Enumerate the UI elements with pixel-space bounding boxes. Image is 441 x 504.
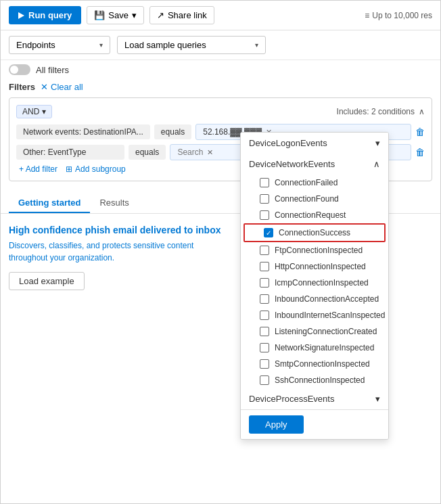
item-label: SmtpConnectionInspected	[275, 359, 370, 369]
toggle-knob	[10, 66, 18, 74]
and-badge[interactable]: AND ▾	[16, 105, 52, 118]
share-icon: ↗	[157, 10, 164, 20]
item-http-connection-inspected[interactable]: HttpConnectionInspected	[241, 258, 388, 275]
results-limit-text: Up to 10,000 res	[372, 11, 432, 20]
play-icon	[18, 12, 24, 19]
checkbox-inbound-accepted[interactable]	[260, 294, 269, 304]
operator-tag-1[interactable]: equals	[154, 124, 191, 139]
item-connection-found[interactable]: ConnectionFound	[241, 191, 388, 207]
filters-label: Filters	[9, 82, 35, 92]
checkbox-smtp[interactable]	[260, 359, 269, 369]
card-description: Discovers, classifies, and protects sens…	[9, 239, 198, 264]
apply-button[interactable]: Apply	[249, 415, 304, 434]
toolbar: Run query 💾 Save ▾ ↗ Share link ≡ Up to …	[1, 1, 440, 30]
add-subgroup-button[interactable]: ⊞ Add subgroup	[66, 164, 126, 174]
item-label: InboundInternetScanInspected	[275, 311, 385, 320]
chevron-down-icon: ▾	[375, 138, 380, 148]
run-query-button[interactable]: Run query	[9, 6, 81, 24]
item-label: ConnectionFound	[275, 194, 339, 204]
delete-row-1-icon[interactable]: 🗑	[415, 127, 425, 137]
save-chevron-icon: ▾	[132, 10, 137, 20]
group-device-logon-events[interactable]: DeviceLogonEvents ▾	[241, 133, 388, 154]
share-link-button[interactable]: ↗ Share link	[149, 6, 214, 24]
item-inbound-connection-accepted[interactable]: InboundConnectionAccepted	[241, 291, 388, 307]
filters-row: Filters ✕ Clear all	[1, 79, 440, 97]
table-select-label: Endpoints	[16, 40, 55, 50]
item-label: FtpConnectionInspected	[275, 246, 363, 255]
x-icon: ✕	[41, 82, 48, 92]
item-ssh-connection[interactable]: SshConnectionInspected	[241, 372, 388, 388]
tab-results[interactable]: Results	[90, 193, 138, 213]
all-filters-toggle-row: All filters	[1, 60, 440, 79]
sample-queries-dropdown[interactable]: Load sample queries ▾	[117, 36, 266, 54]
chevron-down-icon: ▾	[375, 394, 380, 404]
item-label: ConnectionFailed	[275, 178, 338, 187]
item-label: HttpConnectionInspected	[275, 262, 366, 271]
subgroup-icon: ⊞	[66, 164, 72, 174]
dropdown-scroll-area[interactable]: DeviceLogonEvents ▾ DeviceNetworkEvents …	[241, 133, 388, 409]
delete-row-2-icon[interactable]: 🗑	[415, 147, 425, 158]
save-label: Save	[108, 10, 129, 20]
chevron-down-icon: ▾	[255, 41, 258, 49]
checkbox-http[interactable]	[260, 262, 269, 271]
item-label: NetworkSignatureInspected	[275, 343, 374, 352]
checkbox-connection-request[interactable]	[260, 210, 269, 220]
item-label: ListeningConnectionCreated	[275, 327, 377, 336]
includes-text: Includes: 2 conditions	[337, 107, 415, 116]
clear-all-button[interactable]: ✕ Clear all	[41, 82, 83, 92]
add-filter-button[interactable]: + Add filter	[16, 164, 57, 174]
item-connection-failed[interactable]: ConnectionFailed	[241, 175, 388, 191]
item-label: ConnectionSuccess	[279, 228, 350, 237]
group-logon-label: DeviceLogonEvents	[249, 138, 327, 148]
includes-label: Includes: 2 conditions ∧	[337, 107, 425, 116]
item-listening-connection-created[interactable]: ListeningConnectionCreated	[241, 323, 388, 340]
clear-all-label: Clear all	[51, 82, 83, 92]
item-connection-success[interactable]: ConnectionSuccess	[243, 223, 386, 242]
group-network-label: DeviceNetworkEvents	[249, 159, 335, 169]
item-label: ConnectionRequest	[275, 210, 346, 220]
save-button[interactable]: 💾 Save ▾	[87, 6, 144, 24]
field-tag-2[interactable]: Other: EventType	[16, 145, 124, 160]
checkbox-connection-success[interactable]	[264, 228, 273, 237]
group-device-process-events[interactable]: DeviceProcessEvents ▾	[241, 388, 388, 409]
save-icon: 💾	[94, 10, 105, 20]
table-select-dropdown[interactable]: Endpoints ▾	[9, 36, 110, 54]
share-label: Share link	[168, 10, 207, 20]
load-example-button[interactable]: Load example	[9, 272, 85, 290]
sample-queries-label: Load sample queries	[124, 40, 206, 50]
checkbox-ftp[interactable]	[260, 246, 269, 255]
checkbox-network-sig[interactable]	[260, 343, 269, 352]
item-connection-request[interactable]: ConnectionRequest	[241, 207, 388, 223]
checkbox-inbound-scan[interactable]	[260, 311, 269, 320]
item-icmp-connection-inspected[interactable]: IcmpConnectionInspected	[241, 275, 388, 291]
all-filters-toggle[interactable]	[9, 64, 30, 75]
run-query-label: Run query	[28, 10, 72, 20]
item-network-signature[interactable]: NetworkSignatureInspected	[241, 340, 388, 356]
group-device-network-events[interactable]: DeviceNetworkEvents ∧	[241, 154, 388, 175]
group-process-label: DeviceProcessEvents	[249, 394, 334, 404]
item-label: SshConnectionInspected	[275, 375, 365, 385]
checkbox-connection-found[interactable]	[260, 194, 269, 204]
operator-tag-2[interactable]: equals	[129, 145, 166, 160]
event-type-dropdown-overlay: DeviceLogonEvents ▾ DeviceNetworkEvents …	[240, 132, 389, 440]
item-ftp-connection-inspected[interactable]: FtpConnectionInspected	[241, 242, 388, 258]
field-tag-1[interactable]: Network events: DestinationIPA...	[16, 124, 150, 139]
item-label: IcmpConnectionInspected	[275, 278, 369, 288]
checkbox-listening[interactable]	[260, 327, 269, 336]
item-smtp-connection[interactable]: SmtpConnectionInspected	[241, 356, 388, 372]
checkbox-icmp[interactable]	[260, 278, 269, 288]
item-inbound-internet-scan[interactable]: InboundInternetScanInspected	[241, 307, 388, 323]
collapse-icon[interactable]: ∧	[419, 107, 425, 116]
checkbox-connection-failed[interactable]	[260, 178, 269, 187]
tab-getting-started[interactable]: Getting started	[9, 193, 90, 213]
all-filters-label: All filters	[36, 65, 69, 75]
query-dropdowns: Endpoints ▾ Load sample queries ▾	[1, 30, 440, 60]
and-chevron-icon: ▾	[42, 107, 46, 116]
chevron-up-icon: ∧	[373, 159, 380, 169]
clear-value-2-icon[interactable]: ✕	[207, 148, 213, 157]
checkbox-ssh[interactable]	[260, 375, 269, 385]
item-label: InboundConnectionAccepted	[275, 294, 379, 304]
and-label: AND	[22, 107, 39, 116]
results-limit: ≡ Up to 10,000 res	[365, 11, 432, 20]
chevron-down-icon: ▾	[99, 41, 103, 49]
